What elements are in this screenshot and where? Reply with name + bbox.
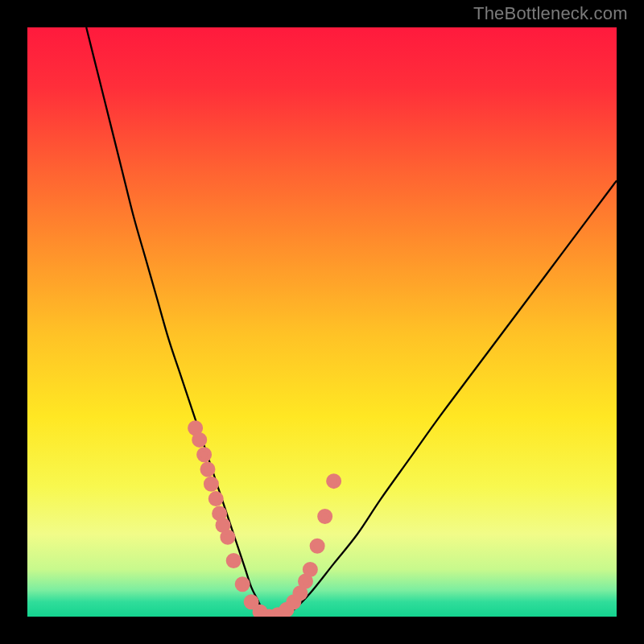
marker-dot [217, 520, 229, 531]
marker-dot [304, 564, 316, 575]
marker-dot [312, 540, 323, 551]
marker-dot [228, 555, 239, 566]
bottleneck-chart [0, 0, 644, 644]
marker-dot [222, 531, 233, 543]
marker-dot [320, 511, 331, 522]
marker-dot [300, 576, 312, 587]
watermark-text: TheBottleneck.com [473, 3, 628, 24]
marker-dot [210, 493, 221, 505]
marker-dot [194, 434, 205, 445]
marker-dot [190, 423, 201, 434]
marker-dot [202, 464, 213, 475]
marker-dot [237, 579, 248, 590]
marker-dot [246, 597, 257, 608]
plot-background [27, 27, 617, 617]
marker-dot [328, 476, 340, 487]
marker-dot [214, 508, 225, 519]
marker-dot [295, 588, 306, 599]
marker-dot [205, 478, 217, 489]
chart-stage: TheBottleneck.com [0, 0, 644, 644]
marker-dot [199, 449, 210, 460]
